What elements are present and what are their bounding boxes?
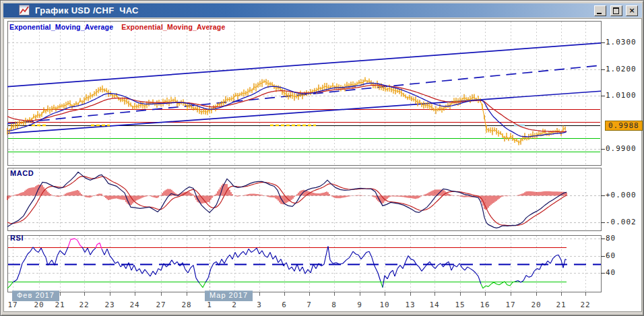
date-tick-label: 15	[451, 301, 469, 309]
month-label-mar: Мар 2017	[205, 290, 253, 301]
date-tick-label: 16	[476, 301, 494, 309]
value-tick-label: 1.0300	[606, 38, 637, 46]
indicator-legend: Exponential_Moving_Average Exponential_M…	[9, 23, 226, 31]
date-tick-label: 28	[178, 301, 195, 309]
date-tick-label: 2	[226, 301, 243, 309]
date-tick-label: 10	[376, 301, 393, 309]
date-tick-label: 23	[101, 301, 119, 309]
legend-ema-red: Exponential_Moving_Average	[121, 23, 225, 31]
date-tick-label: 8	[325, 301, 343, 309]
month-label-feb: Фев 2017	[12, 290, 59, 301]
date-tick-label: 6	[276, 301, 293, 309]
value-tick-label: -0.002	[606, 218, 637, 226]
date-tick-label: 20	[30, 301, 48, 309]
value-tick-label: 1.0200	[606, 65, 637, 73]
date-tick-label: 9	[351, 301, 368, 309]
chart-canvas[interactable]	[1, 1, 644, 316]
date-tick-label: 14	[426, 301, 443, 309]
chart-window: График USD /CHF ЧАС × Exponential_Moving…	[0, 0, 644, 316]
value-tick-label: 60	[606, 251, 616, 260]
date-tick-label: 22	[75, 301, 93, 309]
value-tick-label: 40	[606, 268, 616, 277]
rsi-panel-label: RSI	[10, 234, 24, 242]
date-tick-label: 7	[300, 301, 318, 309]
value-tick-label: 1.0100	[606, 91, 637, 100]
value-tick-label: 0.9900	[606, 144, 637, 153]
date-tick-label: 1	[201, 301, 218, 309]
macd-panel-label: MACD	[10, 169, 34, 177]
date-tick-label: 21	[552, 301, 570, 309]
date-tick-label: 22	[577, 301, 594, 309]
value-tick-label: +0.000	[606, 191, 637, 199]
date-tick-label: 17	[4, 301, 22, 309]
date-tick-label: 27	[152, 301, 170, 309]
date-tick-label: 17	[502, 301, 519, 309]
date-tick-label: 13	[401, 301, 419, 309]
date-tick-label: 3	[251, 301, 268, 309]
current-price-label: 0.9988	[605, 121, 643, 131]
date-tick-label: 24	[126, 301, 143, 309]
legend-ema-blue: Exponential_Moving_Average	[9, 23, 113, 31]
date-tick-label: 20	[527, 301, 545, 309]
date-tick-label: 21	[51, 301, 69, 309]
value-tick-label: 80	[606, 234, 616, 243]
